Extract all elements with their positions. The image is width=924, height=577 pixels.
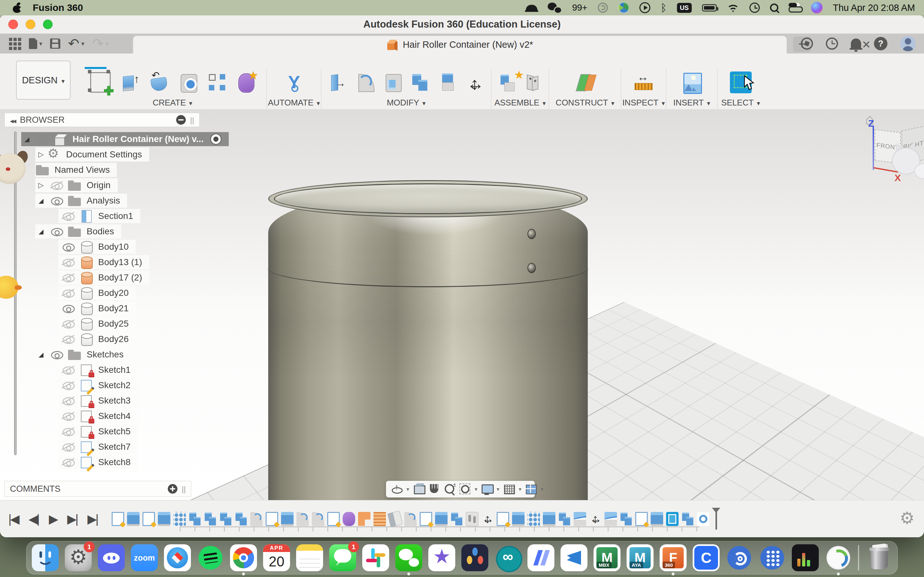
save-icon[interactable] (50, 39, 60, 49)
side-button-bottom[interactable] (527, 263, 536, 273)
timeline-feature-extrude[interactable] (158, 512, 170, 526)
undo-icon[interactable] (68, 37, 79, 50)
timeline-feature-extrude[interactable] (512, 512, 525, 526)
grid-settings-icon[interactable] (503, 484, 515, 495)
dock-spotify[interactable] (197, 544, 224, 571)
timeline-settings-gear-icon[interactable] (900, 511, 916, 527)
visibility-eye-icon[interactable] (61, 381, 76, 390)
comments-bar[interactable]: COMMENTS (5, 481, 191, 497)
timeline-feature-combine[interactable] (235, 512, 247, 526)
insert-group-label[interactable]: INSERT (666, 96, 717, 109)
create-group-label[interactable]: CREATE (79, 96, 266, 109)
visibility-eye-icon[interactable] (36, 135, 50, 143)
move-copy-icon[interactable] (465, 72, 484, 93)
browser-row-sketch2[interactable]: Sketch2 (58, 378, 137, 392)
timeline-feature-fillet[interactable] (296, 512, 309, 526)
visibility-eye-icon[interactable] (61, 366, 76, 374)
tab-sheet-metal[interactable] (163, 53, 190, 69)
visibility-eye-icon[interactable] (61, 243, 76, 251)
browser-row-sketch4[interactable]: Sketch4 (58, 409, 137, 423)
timeline-feature-sketch[interactable] (497, 512, 509, 526)
dock-calendar[interactable]: APR 20 (263, 544, 290, 571)
workspace-selector[interactable]: DESIGN (16, 61, 71, 100)
fillet-icon[interactable] (356, 72, 375, 93)
browser-row-body13-1[interactable]: Body13 (1) (58, 255, 149, 269)
close-window-button[interactable] (8, 19, 18, 29)
dock-wechat[interactable] (395, 544, 422, 571)
browser-row-document-settings[interactable]: Document Settings (35, 147, 149, 161)
visibility-eye-icon[interactable] (61, 289, 76, 297)
browser-header[interactable]: BROWSER (5, 113, 200, 127)
zoom-window-icon[interactable] (459, 484, 471, 495)
panel-grip-icon[interactable] (190, 115, 194, 125)
timeline-feature-sketch[interactable] (266, 512, 278, 526)
timeline-feature-joint[interactable] (466, 512, 478, 526)
orbit-icon[interactable] (391, 484, 403, 495)
timeline-feature-extrude[interactable] (651, 512, 663, 526)
close-tab-icon[interactable] (860, 38, 873, 51)
dock-system-settings[interactable]: 1 (65, 544, 92, 571)
dock-finder[interactable] (32, 544, 59, 571)
timeline-feature-combine[interactable] (682, 512, 694, 526)
timeline-feature-combine[interactable] (558, 512, 571, 526)
comments-grip-icon[interactable] (182, 484, 186, 494)
playback-menu-icon[interactable] (640, 2, 650, 13)
expand-toggle-icon[interactable] (35, 197, 47, 205)
select-group-label[interactable]: SELECT (718, 96, 764, 109)
timeline-feature-splitface[interactable] (604, 512, 617, 526)
control-center-icon[interactable] (788, 3, 801, 13)
construct-group-label[interactable]: CONSTRUCT (549, 96, 621, 109)
help-icon[interactable] (874, 37, 887, 50)
dock-imovie[interactable] (428, 544, 455, 571)
visibility-eye-icon[interactable] (61, 458, 76, 466)
file-menu-icon[interactable] (29, 38, 37, 49)
ground-component-radio[interactable] (210, 133, 222, 145)
battery-icon[interactable] (702, 4, 717, 11)
cylinder-body[interactable] (268, 191, 588, 500)
wechat-menu-icon[interactable] (548, 3, 562, 13)
insert-canvas-icon[interactable] (682, 72, 702, 93)
browser-row-sketch3[interactable]: Sketch3 (58, 394, 137, 408)
visibility-eye-icon[interactable] (61, 212, 76, 220)
browser-row-named-views[interactable]: Named Views (35, 163, 117, 177)
timeline-feature-fillet[interactable] (250, 512, 263, 526)
step-forward-button[interactable] (67, 512, 77, 526)
timeline-feature-combine[interactable] (451, 512, 463, 526)
dock-chrome[interactable] (230, 544, 257, 571)
extrude-icon[interactable] (120, 72, 141, 93)
browser-row-origin[interactable]: Origin (35, 178, 118, 192)
visibility-eye-icon[interactable] (50, 227, 64, 235)
visibility-eye-icon[interactable] (61, 304, 76, 313)
timeline-feature-sketch[interactable] (142, 512, 155, 526)
visibility-eye-icon[interactable] (50, 350, 64, 359)
dock-fusion-360[interactable]: F 360 (660, 544, 687, 571)
timeline-feature-sketch[interactable] (111, 512, 124, 526)
tab-plastic[interactable] (190, 53, 217, 69)
tab-utilities[interactable] (217, 53, 244, 69)
input-source-indicator[interactable]: US (677, 3, 692, 13)
viewports-caret-icon[interactable] (541, 486, 543, 493)
user-avatar[interactable] (900, 36, 916, 51)
visibility-eye-icon[interactable] (61, 443, 76, 451)
dock-slack[interactable] (362, 544, 389, 571)
timeline-feature-fillet[interactable] (404, 512, 417, 526)
dock-messages[interactable]: 1 (329, 544, 356, 571)
press-pull-icon[interactable] (328, 72, 347, 93)
collapse-panel-icon[interactable] (10, 115, 15, 125)
timeline-feature-delete[interactable] (387, 510, 403, 527)
timeline-feature-pattern[interactable] (527, 512, 540, 526)
timeline-feature-fillet[interactable] (312, 512, 325, 526)
pattern-icon[interactable] (207, 72, 228, 93)
hole-icon[interactable] (178, 72, 199, 93)
automate-group-label[interactable]: AUTOMATE (267, 96, 321, 109)
dock-dots-app[interactable] (759, 544, 786, 571)
zoom-window-button[interactable] (43, 19, 53, 29)
dock-stats[interactable] (792, 544, 819, 571)
expand-toggle-icon[interactable] (35, 150, 47, 159)
go-to-start-button[interactable] (8, 512, 18, 526)
swirl-menu-icon[interactable] (598, 3, 608, 13)
display-caret-icon[interactable] (497, 486, 499, 493)
timeline-feature-form[interactable] (342, 512, 355, 526)
wifi-icon[interactable] (727, 3, 739, 12)
visibility-eye-icon[interactable] (61, 412, 76, 420)
